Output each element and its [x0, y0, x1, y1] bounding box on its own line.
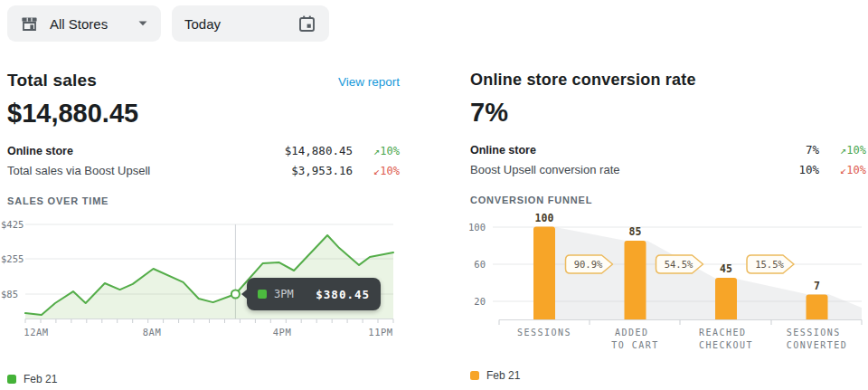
legend-label: Feb 21: [24, 373, 57, 385]
conversion-funnel-heading: CONVERSION FUNNEL: [470, 195, 866, 205]
chart-tooltip: 3PM $380.45: [247, 278, 381, 310]
conversion-rate-title: Online store conversion rate: [470, 71, 696, 90]
x-tick: 12AM: [24, 327, 48, 338]
total-sales-title: Total sales: [7, 71, 97, 90]
tooltip-value: $380.45: [316, 288, 370, 301]
metric-row-online-store: Online store 7% ↗10%: [470, 139, 866, 159]
svg-text:15.5%: 15.5%: [755, 259, 784, 270]
metric-value: $3,953.16: [244, 164, 353, 177]
funnel-bar-sessions[interactable]: [533, 227, 555, 320]
conversion-rate-badge: 90.9%: [566, 255, 613, 273]
bar-value-label: 7: [814, 280, 820, 292]
view-report-link[interactable]: View report: [338, 75, 400, 89]
x-tick: 8AM: [143, 327, 161, 338]
legend-label: Feb 21: [486, 369, 520, 382]
chevron-down-icon: [137, 20, 148, 27]
metric-row-boost-upsell: Total sales via Boost Upsell $3,953.16 ↙…: [7, 160, 400, 180]
metric-label: Online store: [470, 144, 711, 157]
svg-text:90.9%: 90.9%: [574, 259, 603, 270]
conversion-rate-badge: 15.5%: [747, 255, 794, 273]
x-tick: 11PM: [368, 327, 392, 338]
total-sales-value: $14,880.45: [7, 99, 400, 128]
metric-change: ↗10%: [819, 144, 866, 157]
funnel-bar-added-to-cart[interactable]: [625, 241, 646, 319]
y-tick: $255: [1, 253, 24, 264]
metric-label: Total sales via Boost Upsell: [7, 164, 244, 177]
category-label: REACHED CHECKOUT: [699, 328, 753, 350]
conversion-rate-value: 7%: [470, 98, 866, 128]
analytics-dashboard: All Stores Today Total sales View repor: [0, 0, 868, 390]
store-selector-label: All Stores: [50, 16, 108, 32]
conversion-rate-panel: Online store conversion rate 7% Online s…: [470, 63, 866, 382]
metric-change: ↙10%: [819, 164, 866, 176]
topbar: All Stores Today: [7, 5, 329, 42]
funnel-legend: Feb 21: [470, 369, 866, 382]
x-tick: 4PM: [273, 327, 291, 338]
svg-text:54.5%: 54.5%: [665, 259, 693, 270]
metric-change: ↗10%: [353, 145, 400, 157]
calendar-icon: [297, 14, 316, 33]
metric-label: Boost Upsell conversion rate: [470, 163, 711, 176]
metric-row-online-store: Online store $14,880.45 ↗10%: [7, 140, 400, 160]
legend-swatch-orange: [470, 371, 479, 380]
category-label: ADDED TO CART: [611, 328, 659, 350]
metric-label: Online store: [7, 145, 244, 157]
funnel-bar-chart-svg[interactable]: 100 60 20 100 85 45 7 90.9% 54.5%: [466, 213, 866, 357]
date-selector-button[interactable]: Today: [172, 5, 329, 42]
metric-value: $14,880.45: [244, 144, 353, 157]
total-sales-panel: Total sales View report $14,880.45 Onlin…: [7, 63, 400, 385]
y-tick: 20: [474, 296, 486, 307]
series-color-swatch: [258, 290, 267, 299]
y-tick: $425: [1, 219, 24, 230]
y-tick: 100: [468, 222, 486, 233]
bar-value-label: 100: [535, 213, 554, 224]
funnel-bar-sessions-converted[interactable]: [807, 295, 828, 320]
category-label: SESSIONS CONVERTED: [787, 328, 848, 350]
y-tick: $85: [1, 289, 18, 300]
conversion-rate-badge: 54.5%: [656, 255, 703, 273]
sales-legend: Feb 21: [7, 373, 400, 385]
conversion-funnel-chart[interactable]: 100 60 20 100 85 45 7 90.9% 54.5%: [466, 213, 866, 361]
metric-value: 7%: [711, 143, 819, 157]
funnel-bar-reached-checkout[interactable]: [715, 278, 737, 319]
legend-swatch-green: [7, 375, 16, 384]
y-tick: 60: [474, 259, 486, 270]
sales-line-chart-svg[interactable]: $425 $255 $85 12AM 8AM 4PM 11PM: [0, 214, 400, 340]
metric-value: 10%: [711, 163, 819, 176]
metric-change: ↙10%: [353, 165, 400, 177]
bar-value-label: 45: [720, 262, 732, 275]
store-icon: [20, 14, 39, 33]
bar-value-label: 85: [629, 225, 642, 238]
tooltip-time: 3PM: [274, 288, 294, 300]
sales-over-time-chart[interactable]: $425 $255 $85 12AM 8AM 4PM 11PM 3PM $380…: [0, 214, 400, 344]
hover-point-marker: [231, 290, 240, 299]
store-selector-button[interactable]: All Stores: [7, 5, 161, 42]
metric-row-boost-upsell: Boost Upsell conversion rate 10% ↙10%: [470, 159, 866, 179]
category-label: SESSIONS: [517, 328, 571, 338]
date-selector-label: Today: [184, 16, 221, 32]
sales-over-time-heading: SALES OVER TIME: [7, 195, 400, 206]
